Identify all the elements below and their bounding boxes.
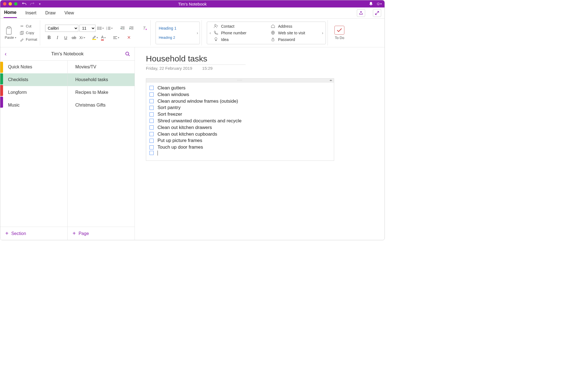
page-canvas[interactable]: Household tasks Friday, 22 February 2019… — [135, 47, 385, 240]
redo-icon[interactable] — [30, 1, 35, 6]
cut-button[interactable]: ✂Cut — [19, 24, 38, 29]
delete-button[interactable]: ✕ — [125, 34, 133, 41]
search-icon[interactable] — [125, 51, 130, 56]
styles-gallery[interactable]: Heading 1 Heading 2 › — [156, 22, 200, 44]
undo-icon[interactable] — [22, 1, 27, 6]
increase-indent-button[interactable] — [128, 25, 135, 32]
todo-checkbox[interactable] — [149, 125, 154, 130]
checklist-row[interactable]: Sort pantry — [149, 104, 331, 111]
section-tab-green[interactable] — [0, 73, 3, 84]
checklist-text[interactable]: Put up picture frames — [158, 137, 202, 144]
checklist-row[interactable]: Touch up door frames — [149, 144, 331, 151]
tab-view[interactable]: View — [64, 8, 74, 18]
page-item[interactable]: Recipes to Make — [68, 86, 135, 99]
tags-next-icon[interactable]: › — [321, 31, 324, 35]
subscript-button[interactable]: X2▾ — [78, 34, 86, 41]
notifications-icon[interactable] — [368, 1, 373, 6]
section-item[interactable]: Music — [0, 99, 67, 112]
align-button[interactable]: ▾ — [112, 34, 120, 41]
todo-checkbox[interactable] — [149, 112, 154, 117]
todo-checkbox[interactable] — [149, 99, 154, 103]
checklist-row[interactable]: Shred unwanted documents and recycle — [149, 118, 331, 124]
checklist-row[interactable]: Sort freezer — [149, 111, 331, 118]
minimize-window-button[interactable] — [9, 2, 12, 6]
account-icon[interactable]: ▾ — [377, 1, 382, 6]
checklist-row[interactable]: Clean out kitchen drawers — [149, 124, 331, 131]
checklist-text[interactable]: Clean out kitchen drawers — [158, 124, 212, 131]
section-tab-red[interactable] — [0, 85, 3, 96]
tag-address[interactable]: Address — [269, 24, 326, 29]
tag-password[interactable]: Password — [269, 37, 326, 42]
todo-checkbox[interactable] — [149, 139, 154, 143]
italic-button[interactable]: I — [53, 34, 61, 41]
notebook-title[interactable]: Tim's Notebook — [51, 51, 84, 57]
add-page-button[interactable]: +Page — [68, 227, 135, 240]
checklist-body[interactable]: Clean guttersClean windowsClean around w… — [146, 82, 334, 161]
note-container[interactable]: ····◂▸ Clean guttersClean windowsClean a… — [146, 78, 334, 161]
close-window-button[interactable] — [3, 2, 6, 6]
clear-formatting-button[interactable] — [141, 25, 149, 32]
decrease-indent-button[interactable] — [119, 25, 127, 32]
page-time[interactable]: 15:29 — [202, 66, 213, 71]
checklist-text[interactable]: Clean gutters — [158, 85, 185, 91]
section-tab-yellow[interactable] — [0, 62, 3, 73]
style-heading1[interactable]: Heading 1 — [159, 26, 197, 30]
section-tab-purple[interactable] — [0, 97, 3, 108]
section-item[interactable]: Quick Notes — [0, 61, 67, 73]
section-item[interactable]: Longform — [0, 86, 67, 99]
tag-contact[interactable]: Contact — [212, 24, 269, 29]
todo-checkbox[interactable] — [149, 145, 154, 149]
format-painter-button[interactable]: Format — [19, 37, 38, 42]
customize-qat-icon[interactable]: ▾ — [37, 1, 42, 6]
tag-phone[interactable]: Phone number — [212, 30, 269, 35]
todo-checkbox[interactable] — [149, 151, 154, 155]
todo-checkbox[interactable] — [149, 106, 154, 110]
nav-back-icon[interactable]: ‹ — [5, 51, 7, 57]
checklist-text[interactable]: Touch up door frames — [158, 144, 203, 151]
todo-checkbox[interactable] — [149, 119, 154, 123]
checklist-text[interactable]: Clean windows — [158, 91, 189, 98]
page-item[interactable]: Christmas Gifts — [68, 99, 135, 112]
fullscreen-button[interactable] — [373, 9, 381, 17]
todo-checkbox[interactable] — [149, 86, 154, 90]
tab-home[interactable]: Home — [4, 8, 17, 18]
container-drag-handle[interactable]: ····◂▸ — [146, 79, 334, 82]
highlight-button[interactable]: ▾ — [91, 34, 99, 41]
checklist-text[interactable]: Sort pantry — [158, 104, 180, 111]
section-item[interactable]: Checklists — [0, 73, 67, 86]
page-date[interactable]: Friday, 22 February 2019 — [146, 66, 192, 71]
todo-checkbox[interactable] — [149, 92, 154, 97]
page-item[interactable]: Movies/TV — [68, 61, 135, 73]
checklist-row[interactable]: Clean windows — [149, 91, 331, 98]
checklist-row[interactable] — [149, 151, 331, 156]
paste-button[interactable]: Paste▾ — [5, 26, 16, 40]
checklist-text[interactable]: Sort freezer — [158, 111, 182, 118]
share-button[interactable] — [357, 9, 365, 17]
font-color-button[interactable]: A▾ — [99, 34, 107, 41]
copy-button[interactable]: Copy — [19, 30, 38, 36]
todo-checkbox[interactable] — [149, 132, 154, 136]
maximize-window-button[interactable] — [14, 2, 17, 6]
checklist-row[interactable]: Clean out kitchen cupboards — [149, 131, 331, 138]
font-size-select[interactable]: 11 — [79, 25, 96, 32]
bold-button[interactable]: B — [45, 34, 53, 41]
add-section-button[interactable]: +Section — [0, 227, 68, 240]
styles-more-icon[interactable]: › — [197, 31, 198, 35]
strikethrough-button[interactable]: ab — [70, 34, 78, 41]
checklist-text[interactable]: Clean around window frames (outside) — [158, 98, 238, 105]
tag-idea[interactable]: Idea — [212, 37, 269, 42]
style-heading2[interactable]: Heading 2 — [159, 35, 197, 40]
tab-insert[interactable]: Insert — [25, 8, 37, 18]
checklist-text[interactable]: Clean out kitchen cupboards — [158, 131, 217, 138]
todo-tag-button[interactable]: To Do — [333, 26, 346, 40]
tab-draw[interactable]: Draw — [45, 8, 56, 18]
page-title[interactable]: Household tasks — [146, 54, 246, 65]
tag-website[interactable]: Web site to visit — [269, 30, 326, 35]
numbering-button[interactable]: 123▾ — [105, 25, 113, 32]
checklist-row[interactable]: Clean around window frames (outside) — [149, 98, 331, 105]
checklist-text[interactable]: Shred unwanted documents and recycle — [158, 118, 241, 124]
page-item[interactable]: Household tasks — [68, 73, 135, 86]
tags-prev-icon[interactable]: ‹ — [208, 31, 212, 35]
checklist-row[interactable]: Put up picture frames — [149, 137, 331, 144]
bullets-button[interactable]: ▾ — [97, 25, 104, 32]
